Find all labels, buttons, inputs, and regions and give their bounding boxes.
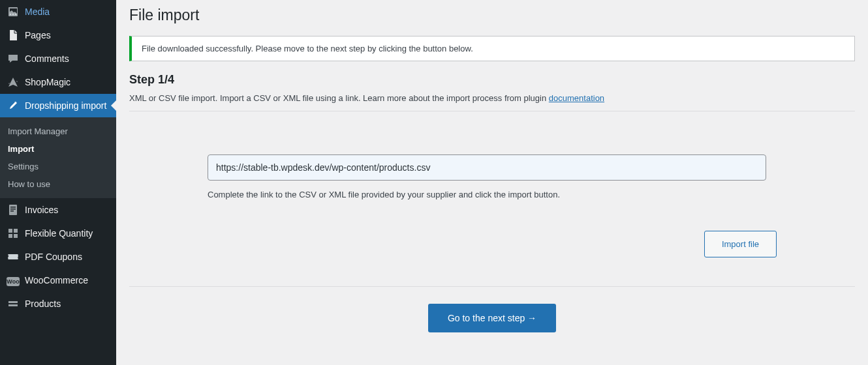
sidebar-item-invoices[interactable]: Invoices	[0, 198, 116, 222]
svg-point-1	[12, 14, 14, 16]
description-text: XML or CSV file import. Import a CSV or …	[129, 93, 549, 103]
sidebar-item-pdf-coupons[interactable]: PDF Coupons	[0, 245, 116, 269]
sidebar-submenu: Import Manager Import Settings How to us…	[0, 117, 116, 198]
svg-rect-8	[8, 229, 12, 233]
sidebar-item-woocommerce[interactable]: Woo WooCommerce	[0, 269, 116, 292]
sidebar-item-pages[interactable]: Pages	[0, 23, 116, 47]
pdf-coupons-icon	[7, 250, 20, 263]
svg-rect-6	[10, 209, 16, 210]
step-description: XML or CSV file import. Import a CSV or …	[129, 93, 855, 103]
admin-sidebar: Media Pages Comments ShopMagic Dropshipp…	[0, 0, 116, 365]
submenu-import[interactable]: Import	[0, 140, 116, 158]
flexible-quantity-icon	[7, 227, 20, 240]
svg-rect-5	[10, 207, 16, 208]
next-step-button[interactable]: Go to the next step →	[428, 304, 556, 332]
next-button-row: Go to the next step →	[208, 304, 777, 332]
sidebar-item-comments[interactable]: Comments	[0, 47, 116, 70]
url-help-text: Complete the link to the CSV or XML file…	[208, 190, 777, 199]
submenu-how-to-use[interactable]: How to use	[0, 175, 116, 193]
sidebar-item-flexible-quantity[interactable]: Flexible Quantity	[0, 222, 116, 245]
woocommerce-icon: Woo	[7, 277, 20, 286]
sidebar-item-label: Flexible Quantity	[25, 227, 93, 239]
file-url-input[interactable]	[208, 154, 766, 181]
divider	[129, 286, 855, 287]
submenu-settings[interactable]: Settings	[0, 158, 116, 175]
success-notice: File downloaded successfully. Please mov…	[129, 36, 855, 61]
sidebar-item-label: Invoices	[25, 204, 58, 216]
sidebar-item-label: Products	[25, 298, 61, 310]
svg-rect-12	[8, 301, 18, 303]
sidebar-item-products[interactable]: Products	[0, 292, 116, 315]
sidebar-item-label: PDF Coupons	[25, 251, 82, 263]
sidebar-item-dropshipping-import[interactable]: Dropshipping import	[0, 94, 116, 117]
comments-icon	[7, 52, 20, 65]
page-title: File import	[129, 0, 855, 28]
invoices-icon	[7, 203, 20, 216]
svg-rect-7	[10, 211, 14, 212]
svg-rect-13	[8, 304, 18, 306]
sidebar-item-label: Pages	[25, 29, 51, 41]
sidebar-item-label: WooCommerce	[25, 274, 88, 286]
sidebar-item-shopmagic[interactable]: ShopMagic	[0, 70, 116, 94]
sidebar-item-media[interactable]: Media	[0, 0, 116, 23]
main-content: File import File downloaded successfully…	[116, 0, 868, 365]
import-file-button[interactable]: Import file	[704, 231, 777, 257]
sidebar-item-label: ShopMagic	[25, 76, 70, 88]
svg-rect-4	[9, 205, 17, 215]
sidebar-item-label: Comments	[25, 53, 69, 65]
svg-rect-10	[8, 234, 12, 238]
media-icon	[7, 5, 20, 18]
sidebar-item-label: Media	[25, 6, 50, 18]
import-form: Complete the link to the CSV or XML file…	[129, 111, 855, 345]
notice-text: File downloaded successfully. Please mov…	[142, 44, 473, 53]
shopmagic-icon	[7, 76, 20, 89]
products-icon	[7, 297, 20, 310]
svg-rect-9	[14, 229, 18, 233]
svg-point-0	[10, 14, 12, 16]
pages-icon	[7, 29, 20, 42]
step-title: Step 1/4	[129, 73, 855, 87]
sidebar-item-label: Dropshipping import	[25, 100, 106, 111]
dropshipping-import-icon	[7, 99, 20, 112]
import-button-row: Import file	[208, 231, 777, 257]
svg-rect-11	[14, 234, 18, 238]
svg-point-2	[15, 14, 17, 16]
submenu-import-manager[interactable]: Import Manager	[0, 123, 116, 140]
documentation-link[interactable]: documentation	[549, 93, 604, 103]
